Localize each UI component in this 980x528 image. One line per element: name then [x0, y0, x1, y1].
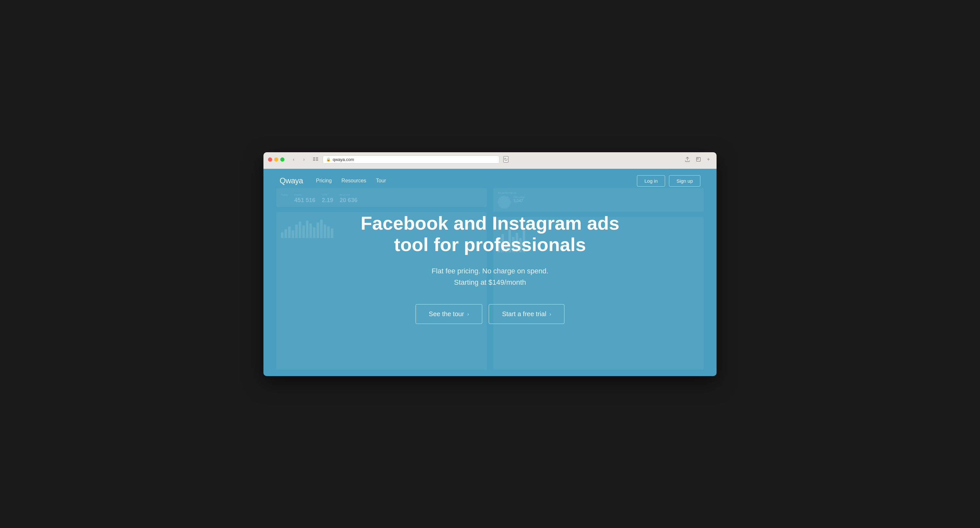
fullscreen-button[interactable]	[694, 156, 703, 163]
tab-bar	[268, 166, 712, 169]
trial-arrow-icon: ›	[550, 311, 551, 317]
browser-nav-buttons: ‹ ›	[289, 156, 309, 163]
refresh-button[interactable]: ↻	[503, 156, 508, 163]
close-button[interactable]	[268, 158, 272, 162]
url-text: qwaya.com	[333, 157, 354, 162]
browser-actions: +	[683, 156, 712, 163]
svg-rect-2	[313, 159, 315, 160]
svg-rect-3	[316, 159, 318, 160]
nav-resources[interactable]: Resources	[342, 178, 366, 183]
reader-view-button[interactable]	[311, 156, 320, 163]
login-button[interactable]: Log in	[637, 175, 665, 187]
back-button[interactable]: ‹	[289, 156, 298, 163]
svg-rect-1	[316, 158, 318, 158]
nav-links: Pricing Resources Tour	[316, 178, 637, 183]
browser-chrome: ‹ › 🔒 qwaya.com ↻	[263, 152, 717, 169]
nav-auth: Log in Sign up	[637, 175, 700, 187]
traffic-lights	[268, 158, 285, 162]
site-logo[interactable]: Qwaya	[280, 176, 303, 185]
tour-arrow-icon: ›	[467, 311, 469, 317]
svg-rect-7	[697, 158, 698, 160]
hero-headline: Facebook and Instagram ads tool for prof…	[361, 212, 619, 255]
browser-window: ‹ › 🔒 qwaya.com ↻	[263, 152, 717, 376]
see-tour-button[interactable]: See the tour ›	[415, 304, 482, 324]
hero-subtext: Flat fee pricing. No charge on spend. St…	[277, 265, 703, 288]
address-bar[interactable]: 🔒 qwaya.com	[323, 155, 500, 164]
hero-cta-row: See the tour › Start a free trial ›	[277, 304, 703, 324]
svg-rect-0	[313, 158, 315, 158]
minimize-button[interactable]	[274, 158, 278, 162]
new-tab-button[interactable]: +	[705, 156, 712, 163]
nav-pricing[interactable]: Pricing	[316, 178, 332, 183]
site-nav: Qwaya Pricing Resources Tour Log in Sign…	[263, 169, 717, 193]
lock-icon: 🔒	[326, 158, 331, 162]
website-content: Today Clicks 451 516 CTR 2.19 Revenue	[263, 169, 717, 376]
share-button[interactable]	[683, 156, 692, 163]
maximize-button[interactable]	[280, 158, 285, 162]
svg-rect-4	[313, 160, 315, 161]
svg-rect-5	[316, 160, 318, 161]
start-trial-button[interactable]: Start a free trial ›	[489, 304, 565, 324]
hero-section: Facebook and Instagram ads tool for prof…	[263, 193, 717, 350]
signup-button[interactable]: Sign up	[669, 175, 700, 187]
forward-button[interactable]: ›	[299, 156, 309, 163]
nav-tour[interactable]: Tour	[376, 178, 386, 183]
